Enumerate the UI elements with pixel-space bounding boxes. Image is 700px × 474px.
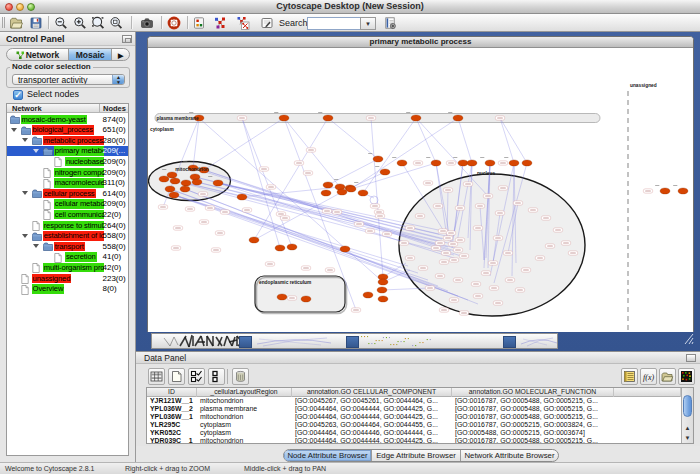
node-color-combo[interactable]: transporter activity ▲▼ [12, 74, 125, 85]
tree-expand-arrow-icon[interactable] [11, 128, 17, 132]
tree-row[interactable]: cell communicat22(0) [7, 209, 128, 220]
graph-node-highlighted[interactable] [287, 244, 297, 250]
tree-expand-arrow-icon[interactable] [33, 149, 39, 153]
save-icon[interactable] [29, 16, 43, 30]
attribute-table-scrollbar[interactable]: ▲ ▼ [681, 388, 693, 443]
scroll-down-arrow[interactable]: ▼ [682, 433, 693, 443]
table-column-header[interactable]: annotation.GO MOLECULAR_FUNCTION [452, 388, 614, 397]
desktop-resize-grip[interactable] [682, 331, 694, 345]
graph-node-highlighted[interactable] [678, 188, 688, 194]
search-dropdown-button[interactable]: ▼ [360, 17, 376, 30]
graph-node-highlighted[interactable] [411, 115, 421, 121]
graph-edge[interactable] [363, 118, 416, 193]
graph-node-highlighted[interactable] [509, 160, 519, 166]
data-panel-float-icon[interactable] [686, 354, 696, 362]
minimized-window-icon[interactable] [346, 336, 359, 348]
graph-node-highlighted[interactable] [165, 186, 175, 192]
netwin-minimize-button[interactable] [164, 40, 170, 46]
graph-node-highlighted[interactable] [380, 169, 390, 175]
graph-edge[interactable] [242, 118, 292, 247]
graph-node-highlighted[interactable] [358, 190, 368, 196]
graph-edge[interactable] [500, 118, 527, 163]
zoom-out-icon[interactable] [54, 16, 68, 30]
graph-node-highlighted[interactable] [378, 279, 388, 285]
session-settings-icon[interactable] [383, 16, 397, 30]
tree-row[interactable]: nucleobase-209(0) [7, 156, 128, 167]
graph-node-highlighted[interactable] [431, 160, 441, 166]
new-attr-icon[interactable] [168, 368, 185, 385]
tree-expand-arrow-icon[interactable] [22, 234, 28, 238]
graph-node-highlighted[interactable] [169, 192, 179, 198]
graph-node-highlighted[interactable] [363, 292, 373, 298]
graph-node-highlighted[interactable] [180, 186, 190, 192]
attribute-table-header[interactable]: ID_cellularLayoutRegionannotation.GO CEL… [147, 388, 681, 397]
network-tree-header[interactable]: Network Nodes [7, 104, 128, 113]
zoom-fit-icon[interactable] [91, 16, 105, 30]
graph-edge[interactable] [416, 118, 436, 163]
table-column-header[interactable]: ID [147, 388, 197, 397]
graph-edge[interactable] [328, 118, 378, 159]
table-row[interactable]: YPL036W__1mitochondrion[GO:0044464, GO:0… [147, 413, 681, 421]
tree-row[interactable]: Overview8(0) [7, 284, 128, 295]
graph-node-highlighted[interactable] [378, 296, 388, 302]
graph-node-highlighted[interactable] [453, 115, 463, 121]
heatmap-icon[interactable] [678, 368, 695, 385]
graph-node-highlighted[interactable] [323, 115, 333, 121]
unselect-attr-icon[interactable] [208, 368, 225, 385]
attr-batch-icon[interactable] [621, 368, 638, 385]
table-column-header[interactable] [614, 388, 681, 397]
tab-mosaic[interactable]: Mosaic [69, 49, 112, 60]
graph-node-highlighted[interactable] [397, 160, 407, 166]
tree-row[interactable]: unassigned223(0) [7, 273, 128, 284]
tree-row[interactable]: nitrogen compo209(0) [7, 167, 128, 178]
formula-icon[interactable]: f(x) [640, 368, 657, 385]
graph-node-highlighted[interactable] [279, 115, 289, 121]
plasma-membrane-region[interactable] [155, 114, 600, 123]
graph-edge[interactable] [199, 118, 383, 282]
table-row[interactable]: YDR039C__1mitochondrion[GO:0044464, GO:0… [147, 437, 681, 444]
table-column-header[interactable]: _cellularLayoutRegion [197, 388, 292, 397]
search-input[interactable] [307, 17, 360, 30]
graph-node-highlighted[interactable] [213, 180, 223, 186]
graph-node-highlighted[interactable] [181, 180, 191, 186]
camera-icon[interactable] [140, 16, 154, 30]
delete-attr-icon[interactable] [232, 368, 249, 385]
graph-node-highlighted[interactable] [275, 245, 285, 251]
tree-expand-arrow-icon[interactable] [22, 138, 28, 142]
tab-node-attribute-browser[interactable]: Node Attribute Browser [284, 450, 372, 461]
graph-edge[interactable] [500, 118, 514, 163]
graph-node-highlighted[interactable] [377, 287, 387, 293]
select-attr-icon[interactable] [188, 368, 205, 385]
netwin-close-button[interactable] [153, 40, 159, 46]
graph-node-highlighted[interactable] [159, 176, 169, 182]
network-view-icon[interactable] [213, 16, 227, 30]
netwin-zoom-button[interactable] [175, 40, 181, 46]
tree-expand-arrow-icon[interactable] [33, 244, 39, 248]
graph-node-highlighted[interactable] [337, 189, 347, 195]
tree-expand-arrow-icon[interactable] [22, 191, 28, 195]
tree-row[interactable]: primary metabo209(... [7, 146, 128, 157]
tree-row[interactable]: establishment of lo558(0) [7, 231, 128, 242]
network-canvas[interactable]: plasma membranecytoplasmmitochondrionnuc… [148, 48, 693, 332]
destroy-view-icon[interactable] [236, 16, 250, 30]
graph-node-highlighted[interactable] [323, 182, 333, 188]
tree-row[interactable]: biological_process651(0) [7, 125, 128, 136]
graph-node-highlighted[interactable] [237, 194, 247, 200]
table-column-header[interactable]: annotation.GO CELLULAR_COMPONENT [292, 388, 452, 397]
graph-node-highlighted[interactable] [660, 188, 670, 194]
table-row[interactable]: YLR295Ccytoplasm[GO:0045263, GO:0044464,… [147, 421, 681, 429]
toolbar-grip[interactable] [2, 17, 5, 28]
tab-edge-attribute-browser[interactable]: Edge Attribute Browser [372, 450, 461, 461]
graph-node-highlighted[interactable] [485, 160, 495, 166]
minimized-window-icon[interactable] [503, 336, 516, 348]
graph-node-highlighted[interactable] [321, 190, 331, 196]
tree-row[interactable]: cellular metabo209(0) [7, 199, 128, 210]
graph-node-highlighted[interactable] [170, 178, 180, 184]
graph-node-highlighted[interactable] [373, 156, 383, 162]
graph-node-highlighted[interactable] [249, 237, 259, 243]
help-ring-icon[interactable] [167, 16, 181, 30]
graph-node-highlighted[interactable] [277, 294, 287, 300]
app-minimize-button[interactable] [16, 3, 24, 11]
tree-row[interactable]: macromolecule311(0) [7, 178, 128, 189]
tree-row[interactable]: mosaic-demo-yeast874(0) [7, 114, 128, 125]
